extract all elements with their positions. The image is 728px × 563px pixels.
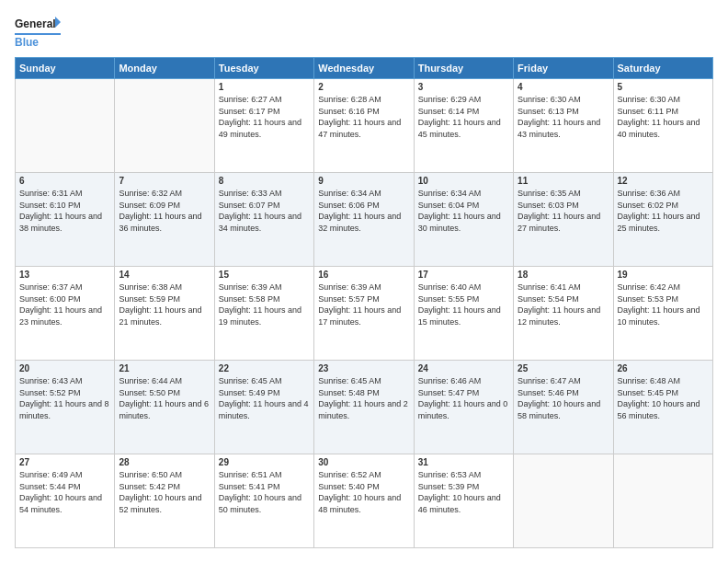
calendar-cell: 3Sunrise: 6:29 AM Sunset: 6:14 PM Daylig…	[414, 79, 513, 173]
day-info: Sunrise: 6:44 AM Sunset: 5:50 PM Dayligh…	[119, 375, 210, 421]
day-info: Sunrise: 6:32 AM Sunset: 6:09 PM Dayligh…	[119, 188, 210, 234]
calendar-row-4: 27Sunrise: 6:49 AM Sunset: 5:44 PM Dayli…	[16, 454, 713, 548]
day-number: 7	[119, 176, 210, 186]
day-number: 11	[518, 176, 609, 186]
calendar-cell: 12Sunrise: 6:36 AM Sunset: 6:02 PM Dayli…	[613, 173, 712, 267]
calendar-cell: 21Sunrise: 6:44 AM Sunset: 5:50 PM Dayli…	[115, 361, 214, 454]
day-number: 27	[19, 457, 110, 467]
day-info: Sunrise: 6:45 AM Sunset: 5:49 PM Dayligh…	[219, 375, 310, 421]
calendar-cell: 30Sunrise: 6:52 AM Sunset: 5:40 PM Dayli…	[314, 454, 414, 548]
day-info: Sunrise: 6:36 AM Sunset: 6:02 PM Dayligh…	[618, 188, 709, 234]
calendar-cell: 22Sunrise: 6:45 AM Sunset: 5:49 PM Dayli…	[214, 361, 313, 454]
calendar-cell: 8Sunrise: 6:33 AM Sunset: 6:07 PM Daylig…	[214, 173, 313, 267]
day-number: 30	[318, 457, 409, 467]
day-info: Sunrise: 6:41 AM Sunset: 5:54 PM Dayligh…	[518, 282, 609, 327]
weekday-thursday: Thursday	[414, 58, 513, 79]
day-info: Sunrise: 6:28 AM Sunset: 6:16 PM Dayligh…	[318, 94, 409, 140]
day-info: Sunrise: 6:46 AM Sunset: 5:47 PM Dayligh…	[418, 375, 509, 421]
weekday-wednesday: Wednesday	[314, 58, 414, 79]
day-number: 12	[618, 176, 709, 186]
header: General Blue	[15, 15, 713, 48]
day-number: 19	[618, 270, 709, 280]
day-info: Sunrise: 6:39 AM Sunset: 5:58 PM Dayligh…	[219, 282, 310, 327]
day-info: Sunrise: 6:35 AM Sunset: 6:03 PM Dayligh…	[518, 188, 609, 234]
weekday-sunday: Sunday	[16, 58, 115, 79]
calendar-cell: 27Sunrise: 6:49 AM Sunset: 5:44 PM Dayli…	[16, 454, 115, 548]
calendar-cell: 17Sunrise: 6:40 AM Sunset: 5:55 PM Dayli…	[414, 267, 513, 361]
calendar-cell: 6Sunrise: 6:31 AM Sunset: 6:10 PM Daylig…	[16, 173, 115, 267]
svg-text:Blue: Blue	[15, 36, 39, 48]
day-info: Sunrise: 6:33 AM Sunset: 6:07 PM Dayligh…	[219, 188, 310, 234]
calendar-row-0: 1Sunrise: 6:27 AM Sunset: 6:17 PM Daylig…	[16, 79, 713, 173]
day-info: Sunrise: 6:34 AM Sunset: 6:06 PM Dayligh…	[318, 188, 409, 234]
calendar-cell	[613, 454, 712, 548]
day-number: 9	[318, 176, 409, 186]
calendar-cell: 10Sunrise: 6:34 AM Sunset: 6:04 PM Dayli…	[414, 173, 513, 267]
day-info: Sunrise: 6:39 AM Sunset: 5:57 PM Dayligh…	[318, 282, 409, 327]
day-number: 4	[518, 82, 609, 92]
calendar-cell: 18Sunrise: 6:41 AM Sunset: 5:54 PM Dayli…	[514, 267, 613, 361]
calendar-cell	[16, 79, 115, 173]
page: General Blue SundayMondayTuesdayWednesda…	[0, 0, 728, 563]
day-info: Sunrise: 6:37 AM Sunset: 6:00 PM Dayligh…	[19, 282, 110, 327]
calendar-cell	[115, 79, 214, 173]
calendar-cell: 5Sunrise: 6:30 AM Sunset: 6:11 PM Daylig…	[613, 79, 712, 173]
day-number: 20	[19, 363, 110, 373]
weekday-tuesday: Tuesday	[214, 58, 313, 79]
calendar-cell: 14Sunrise: 6:38 AM Sunset: 5:59 PM Dayli…	[115, 267, 214, 361]
day-info: Sunrise: 6:42 AM Sunset: 5:53 PM Dayligh…	[618, 282, 709, 327]
day-number: 13	[19, 270, 110, 280]
day-info: Sunrise: 6:30 AM Sunset: 6:11 PM Dayligh…	[618, 94, 709, 140]
day-info: Sunrise: 6:30 AM Sunset: 6:13 PM Dayligh…	[518, 94, 609, 140]
svg-rect-2	[15, 33, 61, 35]
calendar-cell: 11Sunrise: 6:35 AM Sunset: 6:03 PM Dayli…	[514, 173, 613, 267]
day-number: 14	[119, 270, 210, 280]
day-number: 5	[618, 82, 709, 92]
day-info: Sunrise: 6:49 AM Sunset: 5:44 PM Dayligh…	[19, 469, 110, 515]
calendar-cell: 2Sunrise: 6:28 AM Sunset: 6:16 PM Daylig…	[314, 79, 414, 173]
calendar-cell: 20Sunrise: 6:43 AM Sunset: 5:52 PM Dayli…	[16, 361, 115, 454]
calendar-cell: 23Sunrise: 6:45 AM Sunset: 5:48 PM Dayli…	[314, 361, 414, 454]
day-info: Sunrise: 6:47 AM Sunset: 5:46 PM Dayligh…	[518, 375, 609, 421]
day-number: 16	[318, 270, 409, 280]
calendar-cell: 24Sunrise: 6:46 AM Sunset: 5:47 PM Dayli…	[414, 361, 513, 454]
calendar-cell: 16Sunrise: 6:39 AM Sunset: 5:57 PM Dayli…	[314, 267, 414, 361]
calendar-cell: 13Sunrise: 6:37 AM Sunset: 6:00 PM Dayli…	[16, 267, 115, 361]
day-number: 15	[219, 270, 310, 280]
day-number: 24	[418, 363, 509, 373]
svg-marker-1	[55, 17, 61, 28]
day-info: Sunrise: 6:53 AM Sunset: 5:39 PM Dayligh…	[418, 469, 509, 515]
day-info: Sunrise: 6:34 AM Sunset: 6:04 PM Dayligh…	[418, 188, 509, 234]
day-info: Sunrise: 6:52 AM Sunset: 5:40 PM Dayligh…	[318, 469, 409, 515]
day-number: 29	[219, 457, 310, 467]
calendar-row-3: 20Sunrise: 6:43 AM Sunset: 5:52 PM Dayli…	[16, 361, 713, 454]
calendar-cell: 19Sunrise: 6:42 AM Sunset: 5:53 PM Dayli…	[613, 267, 712, 361]
day-info: Sunrise: 6:29 AM Sunset: 6:14 PM Dayligh…	[418, 94, 509, 140]
day-number: 10	[418, 176, 509, 186]
day-info: Sunrise: 6:31 AM Sunset: 6:10 PM Dayligh…	[19, 188, 110, 234]
calendar-row-2: 13Sunrise: 6:37 AM Sunset: 6:00 PM Dayli…	[16, 267, 713, 361]
day-number: 3	[418, 82, 509, 92]
day-info: Sunrise: 6:51 AM Sunset: 5:41 PM Dayligh…	[219, 469, 310, 515]
calendar-cell: 9Sunrise: 6:34 AM Sunset: 6:06 PM Daylig…	[314, 173, 414, 267]
svg-text:General: General	[15, 17, 56, 30]
calendar-cell: 26Sunrise: 6:48 AM Sunset: 5:45 PM Dayli…	[613, 361, 712, 454]
day-info: Sunrise: 6:45 AM Sunset: 5:48 PM Dayligh…	[318, 375, 409, 421]
weekday-friday: Friday	[514, 58, 613, 79]
calendar-cell: 4Sunrise: 6:30 AM Sunset: 6:13 PM Daylig…	[514, 79, 613, 173]
calendar-row-1: 6Sunrise: 6:31 AM Sunset: 6:10 PM Daylig…	[16, 173, 713, 267]
day-info: Sunrise: 6:40 AM Sunset: 5:55 PM Dayligh…	[418, 282, 509, 327]
weekday-saturday: Saturday	[613, 58, 712, 79]
weekday-monday: Monday	[115, 58, 214, 79]
day-info: Sunrise: 6:27 AM Sunset: 6:17 PM Dayligh…	[219, 94, 310, 140]
calendar-cell	[514, 454, 613, 548]
day-number: 18	[518, 270, 609, 280]
day-number: 1	[219, 82, 310, 92]
day-number: 28	[119, 457, 210, 467]
day-number: 17	[418, 270, 509, 280]
calendar-table: SundayMondayTuesdayWednesdayThursdayFrid…	[15, 57, 713, 548]
logo-svg: General Blue	[15, 15, 61, 48]
calendar-cell: 25Sunrise: 6:47 AM Sunset: 5:46 PM Dayli…	[514, 361, 613, 454]
calendar-cell: 28Sunrise: 6:50 AM Sunset: 5:42 PM Dayli…	[115, 454, 214, 548]
day-number: 31	[418, 457, 509, 467]
